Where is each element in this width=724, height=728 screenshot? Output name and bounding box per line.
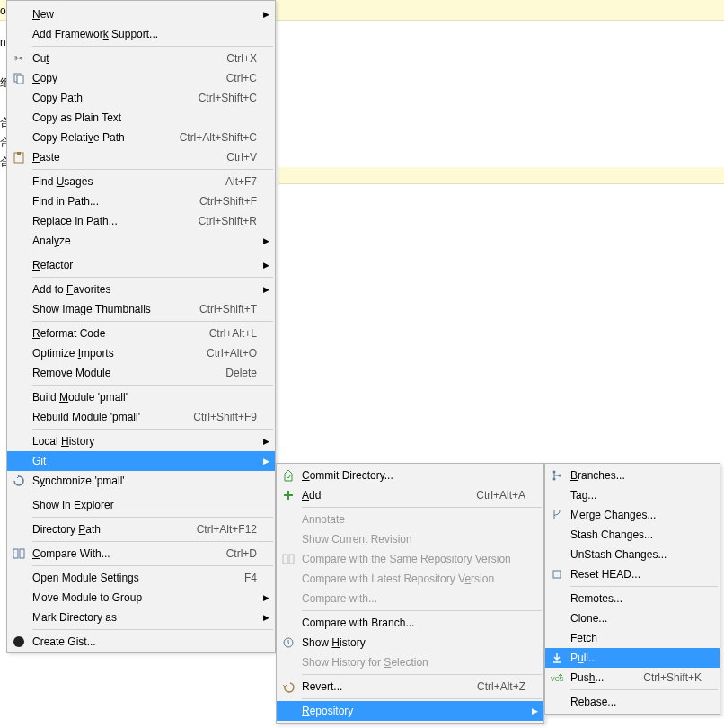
main-add-framework-support[interactable]: Add Framework Support...: [7, 24, 275, 44]
menu-item-label: Add Framework Support...: [32, 28, 257, 40]
menu-item-label: Show History for Selection: [302, 656, 525, 669]
menu-item-label: Mark Directory as: [32, 611, 257, 624]
git-compare-with-branch[interactable]: Compare with Branch...: [277, 613, 543, 633]
git-commit-directory[interactable]: Commit Directory...: [277, 466, 543, 485]
main-paste[interactable]: PasteCtrl+V: [7, 147, 275, 167]
svg-text:VCS: VCS: [551, 676, 563, 682]
repo-stash-changes[interactable]: Stash Changes...: [545, 525, 720, 545]
main-copy-path[interactable]: Copy PathCtrl+Shift+C: [7, 88, 275, 108]
repo-separator: [570, 586, 718, 587]
svg-rect-1: [17, 75, 23, 84]
menu-item-shortcut: Ctrl+Shift+K: [643, 671, 702, 684]
git-show-history[interactable]: Show History: [277, 633, 543, 653]
submenu-arrow-icon: ▶: [263, 457, 269, 466]
git-separator: [302, 674, 542, 675]
copy-icon: [12, 71, 26, 85]
main-mark-directory-as[interactable]: Mark Directory as▶: [7, 608, 275, 627]
repo-pull[interactable]: Pull...: [545, 648, 720, 668]
submenu-arrow-icon: ▶: [263, 613, 269, 622]
menu-item-label: Repository: [302, 705, 525, 717]
main-rebuild-module-pmall[interactable]: Rebuild Module 'pmall'Ctrl+Shift+F9: [7, 407, 275, 427]
repo-unstash-changes[interactable]: UnStash Changes...: [545, 545, 720, 564]
submenu-git[interactable]: Commit Directory...AddCtrl+Alt+AAnnotate…: [276, 463, 544, 724]
context-menu-main[interactable]: New▶Add Framework Support...✂CutCtrl+XCo…: [6, 0, 276, 653]
add-icon: [281, 488, 296, 502]
main-move-module-to-group[interactable]: Move Module to Group▶: [7, 588, 275, 608]
menu-item-label: Replace in Path...: [32, 215, 172, 227]
repo-fetch[interactable]: Fetch: [545, 628, 720, 648]
menu-item-label: Merge Changes...: [570, 509, 702, 521]
main-open-module-settings[interactable]: Open Module SettingsF4: [7, 568, 275, 588]
submenu-repository[interactable]: Branches...Tag...Merge Changes...Stash C…: [544, 463, 720, 715]
submenu-arrow-icon: ▶: [263, 285, 269, 294]
main-refactor[interactable]: Refactor▶: [7, 255, 275, 275]
main-new[interactable]: New▶: [7, 4, 275, 24]
main-build-module-pmall[interactable]: Build Module 'pmall': [7, 387, 275, 407]
main-copy[interactable]: CopyCtrl+C: [7, 68, 275, 88]
menu-item-shortcut: Delete: [225, 367, 257, 379]
main-reformat-code[interactable]: Reformat CodeCtrl+Alt+L: [7, 324, 275, 343]
main-local-history[interactable]: Local History▶: [7, 431, 275, 451]
menu-item-shortcut: F4: [244, 572, 257, 584]
main-show-in-explorer[interactable]: Show in Explorer: [7, 495, 275, 515]
repo-branches[interactable]: Branches...: [545, 466, 720, 485]
main-remove-module[interactable]: Remove ModuleDelete: [7, 363, 275, 383]
main-find-in-path[interactable]: Find in Path...Ctrl+Shift+F: [7, 191, 275, 211]
menu-item-shortcut: Ctrl+Shift+F: [199, 195, 257, 208]
main-analyze[interactable]: Analyze▶: [7, 231, 275, 251]
main-separator: [32, 429, 273, 430]
menu-item-label: Remotes...: [570, 592, 702, 605]
main-separator: [32, 565, 273, 566]
menu-item-label: Tag...: [570, 489, 702, 502]
cut-icon: ✂: [12, 51, 26, 66]
main-separator: [32, 385, 273, 386]
main-separator: [32, 541, 273, 542]
repo-reset-head[interactable]: Reset HEAD...: [545, 564, 720, 584]
main-create-gist[interactable]: Create Gist...: [7, 632, 275, 652]
repo-clone[interactable]: Clone...: [545, 608, 720, 628]
git-compare-with: Compare with...: [277, 589, 543, 608]
menu-item-label: Fetch: [570, 632, 702, 644]
main-separator: [32, 253, 273, 253]
git-separator: [302, 698, 542, 699]
menu-item-shortcut: Ctrl+Shift+C: [199, 92, 257, 104]
pull-icon: [550, 651, 564, 665]
git-add[interactable]: AddCtrl+Alt+A: [277, 485, 543, 505]
main-show-image-thumbnails[interactable]: Show Image ThumbnailsCtrl+Shift+T: [7, 299, 275, 319]
main-cut[interactable]: ✂CutCtrl+X: [7, 49, 275, 68]
main-compare-with[interactable]: Compare With...Ctrl+D: [7, 544, 275, 564]
main-add-to-favorites[interactable]: Add to Favorites▶: [7, 280, 275, 299]
git-revert[interactable]: Revert...Ctrl+Alt+Z: [277, 677, 543, 697]
submenu-arrow-icon: ▶: [263, 261, 269, 270]
menu-item-shortcut: Ctrl+D: [226, 547, 257, 560]
menu-item-shortcut: Ctrl+V: [226, 151, 257, 164]
main-copy-relative-path[interactable]: Copy Relative PathCtrl+Alt+Shift+C: [7, 128, 275, 147]
menu-item-label: New: [32, 8, 257, 21]
main-optimize-imports[interactable]: Optimize ImportsCtrl+Alt+O: [7, 343, 275, 363]
submenu-arrow-icon: ▶: [263, 437, 269, 446]
repo-tag[interactable]: Tag...: [545, 485, 720, 505]
menu-item-label: Optimize Imports: [32, 347, 180, 360]
repo-remotes[interactable]: Remotes...: [545, 589, 720, 608]
branches-icon: [550, 468, 564, 483]
main-synchronize-pmall[interactable]: Synchronize 'pmall': [7, 471, 275, 491]
menu-item-shortcut: Ctrl+Shift+F9: [193, 411, 257, 423]
git-repository[interactable]: Repository▶: [277, 701, 543, 721]
revert-icon: [281, 679, 296, 694]
main-directory-path[interactable]: Directory PathCtrl+Alt+F12: [7, 519, 275, 539]
main-replace-in-path[interactable]: Replace in Path...Ctrl+Shift+R: [7, 211, 275, 231]
main-git[interactable]: Git▶: [7, 451, 275, 471]
git-compare-with-latest-repository-version: Compare with Latest Repository Version: [277, 569, 543, 589]
menu-item-label: Copy as Plain Text: [32, 111, 257, 124]
push-icon: VCS: [550, 670, 564, 685]
git-show-current-revision: Show Current Revision: [277, 529, 543, 549]
menu-item-label: Analyze: [32, 235, 257, 247]
menu-item-label: Find in Path...: [32, 195, 172, 208]
repo-push[interactable]: VCSPush...Ctrl+Shift+K: [545, 668, 720, 688]
menu-item-label: Copy: [32, 72, 199, 84]
repo-rebase[interactable]: Rebase...: [545, 692, 720, 712]
repo-merge-changes[interactable]: Merge Changes...: [545, 505, 720, 525]
commit-icon: [281, 468, 296, 483]
main-find-usages[interactable]: Find UsagesAlt+F7: [7, 172, 275, 191]
main-copy-as-plain-text[interactable]: Copy as Plain Text: [7, 108, 275, 128]
